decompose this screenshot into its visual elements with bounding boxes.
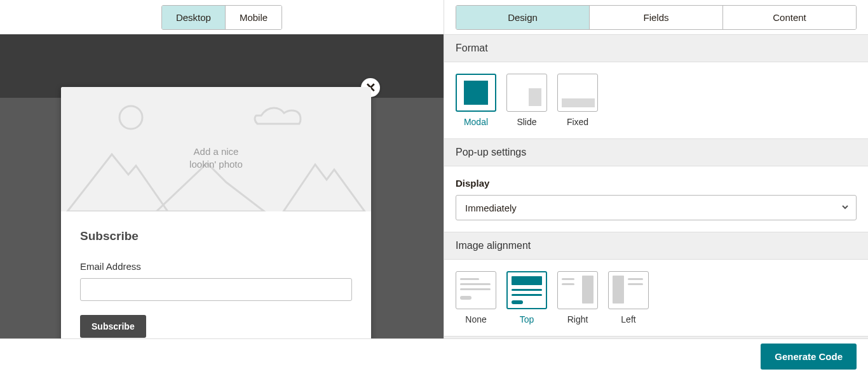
format-option-label: Fixed <box>567 117 588 127</box>
alignment-option-right[interactable]: Right <box>557 271 598 324</box>
popup-image-hint-line2: lookin' photo <box>61 158 371 171</box>
slide-icon <box>529 88 541 106</box>
format-option-label: Modal <box>464 117 488 127</box>
format-options: Modal Slide Fixed <box>456 74 857 127</box>
alignment-option-label: Top <box>520 314 534 324</box>
alignment-right-icon <box>562 276 593 305</box>
device-toggle-bar: Desktop Mobile <box>0 0 444 34</box>
alignment-option-label: Left <box>621 314 635 324</box>
footer-bar: Generate Code <box>0 338 868 374</box>
preview-pane: Desktop Mobile ✕ <box>0 0 444 338</box>
settings-tabs: Design Fields Content <box>456 5 857 30</box>
device-desktop-button[interactable]: Desktop <box>162 6 225 29</box>
image-alignment-options: None Top <box>456 271 857 324</box>
popup-email-input[interactable] <box>80 278 352 301</box>
popup-image-hint: Add a nice lookin' photo <box>61 145 371 170</box>
popup-subscribe-button[interactable]: Subscribe <box>80 315 146 338</box>
popup-image-hint-line1: Add a nice <box>61 145 371 158</box>
section-header-image-alignment: Image alignment <box>444 232 868 260</box>
display-select[interactable]: Immediately <box>456 195 857 220</box>
section-header-format: Format <box>444 34 868 62</box>
popup-email-label: Email Address <box>80 261 352 272</box>
settings-tabbar: Design Fields Content <box>444 0 868 34</box>
popup-title: Subscribe <box>80 229 352 243</box>
format-option-label: Slide <box>517 117 536 127</box>
device-mobile-button[interactable]: Mobile <box>225 6 281 29</box>
preview-scroll[interactable]: ✕ Add <box>0 34 444 338</box>
alignment-left-icon <box>613 276 644 305</box>
alignment-top-icon <box>512 276 542 304</box>
format-option-slide[interactable]: Slide <box>506 74 547 127</box>
device-toggle: Desktop Mobile <box>161 5 282 30</box>
settings-scroll[interactable]: Format Modal Slide Fixed <box>444 34 868 338</box>
tab-design[interactable]: Design <box>456 6 589 29</box>
fixed-icon <box>562 98 595 107</box>
alignment-none-icon <box>460 276 492 305</box>
section-header-popup-settings: Pop-up settings <box>444 138 868 166</box>
tab-content[interactable]: Content <box>722 6 856 29</box>
alignment-option-label: None <box>465 314 486 324</box>
popup-image-placeholder[interactable]: Add a nice lookin' photo <box>61 87 371 211</box>
format-option-fixed[interactable]: Fixed <box>557 74 598 127</box>
modal-icon <box>464 81 488 105</box>
format-option-modal[interactable]: Modal <box>456 74 496 127</box>
alignment-option-left[interactable]: Left <box>608 271 649 324</box>
generate-code-button[interactable]: Generate Code <box>761 344 857 370</box>
display-label: Display <box>456 178 857 189</box>
alignment-option-top[interactable]: Top <box>506 271 547 324</box>
settings-pane: Design Fields Content Format Modal <box>444 0 868 338</box>
preview-area: ✕ Add <box>0 34 444 338</box>
alignment-option-none[interactable]: None <box>456 271 496 324</box>
popup-preview: ✕ Add <box>61 87 371 338</box>
tab-fields[interactable]: Fields <box>589 6 722 29</box>
svg-point-0 <box>119 106 142 129</box>
alignment-option-label: Right <box>567 314 588 324</box>
